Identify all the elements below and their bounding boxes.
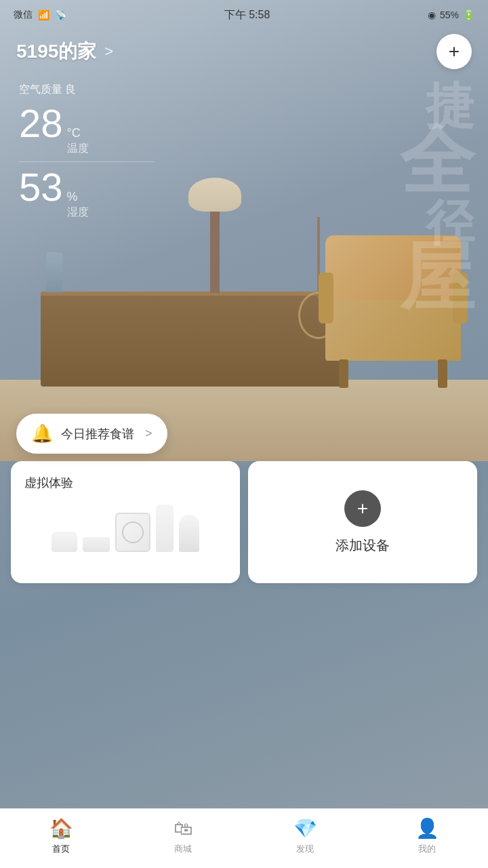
info-panel: 空气质量 良 28 °C 温度 53 % 湿度 xyxy=(0,69,488,236)
food-icon: 🔔 xyxy=(31,423,53,444)
battery-label: 55% xyxy=(440,9,459,20)
add-device-icon-circle: + xyxy=(344,490,381,527)
cards-section: 虚拟体验 + 添加设备 xyxy=(0,461,488,583)
divider xyxy=(19,161,155,162)
bottom-nav: 🏠 首页 🛍 商城 💎 发现 👤 我的 xyxy=(0,808,488,868)
temperature-unit-group: °C 温度 xyxy=(67,126,89,156)
shop-nav-icon: 🛍 xyxy=(174,817,192,840)
home-title-text: 5195的家 xyxy=(16,39,96,64)
virtual-experience-card[interactable]: 虚拟体验 xyxy=(11,461,240,583)
discover-nav-icon: 💎 xyxy=(293,817,317,840)
status-time: 下午 5:58 xyxy=(224,8,270,22)
add-button[interactable]: + xyxy=(436,34,472,69)
signal-icon: 📶 xyxy=(38,9,49,20)
home-title-button[interactable]: 5195的家 > xyxy=(16,39,113,64)
armchair xyxy=(319,252,468,388)
washing-machine-icon xyxy=(115,513,150,552)
virtual-card-title: 虚拟体验 xyxy=(24,475,226,491)
food-banner-button[interactable]: 🔔 今日推荐食谱 > xyxy=(16,414,167,454)
shop-nav-label: 商城 xyxy=(174,843,192,855)
location-icon: ◉ xyxy=(428,9,436,20)
humidity-label: 湿度 xyxy=(67,205,89,220)
profile-nav-label: 我的 xyxy=(418,843,436,855)
nav-item-shop[interactable]: 🛍 商城 xyxy=(122,817,244,861)
nav-item-home[interactable]: 🏠 首页 xyxy=(0,817,122,861)
add-device-plus-icon: + xyxy=(357,499,368,518)
robot-vacuum-icon xyxy=(83,537,110,552)
status-left: 微信 📶 📡 xyxy=(14,9,66,21)
carrier-label: 微信 xyxy=(14,9,33,21)
temperature-unit: °C xyxy=(67,126,89,140)
humidity-row: 53 % 湿度 xyxy=(19,167,469,220)
temperature-row: 28 °C 温度 xyxy=(19,104,469,156)
chevron-right-icon: > xyxy=(104,43,113,60)
heater-icon xyxy=(156,505,174,552)
status-bar: 微信 📶 📡 下午 5:58 ◉ 55% 🔋 xyxy=(0,0,488,30)
humidity-unit: % xyxy=(67,190,89,204)
air-purifier-icon xyxy=(179,515,199,552)
discover-nav-label: 发现 xyxy=(296,843,314,855)
humidity-unit-group: % 湿度 xyxy=(67,190,89,220)
main-container: 微信 📶 📡 下午 5:58 ◉ 55% 🔋 xyxy=(0,0,488,868)
battery-icon: 🔋 xyxy=(463,9,474,20)
home-nav-label: 首页 xyxy=(52,843,70,855)
status-right: ◉ 55% 🔋 xyxy=(428,9,474,20)
humidity-value: 53 xyxy=(19,167,63,207)
add-device-card[interactable]: + 添加设备 xyxy=(248,461,477,583)
air-quality-label: 空气质量 良 xyxy=(19,83,469,97)
food-text: 今日推荐食谱 xyxy=(61,426,134,442)
nav-item-discover[interactable]: 💎 发现 xyxy=(244,817,366,861)
wifi-icon: 📡 xyxy=(55,9,66,20)
nav-item-profile[interactable]: 👤 我的 xyxy=(366,817,488,861)
home-nav-icon: 🏠 xyxy=(49,817,73,840)
rice-cooker-icon xyxy=(52,532,77,552)
branch-vase xyxy=(46,252,62,293)
food-arrow-icon: > xyxy=(145,427,152,441)
device-icons xyxy=(24,505,226,552)
add-device-text: 添加设备 xyxy=(336,536,390,555)
temperature-value: 28 xyxy=(19,104,63,143)
profile-nav-icon: 👤 xyxy=(415,817,439,840)
add-icon: + xyxy=(449,42,460,61)
temperature-label: 温度 xyxy=(67,142,89,156)
